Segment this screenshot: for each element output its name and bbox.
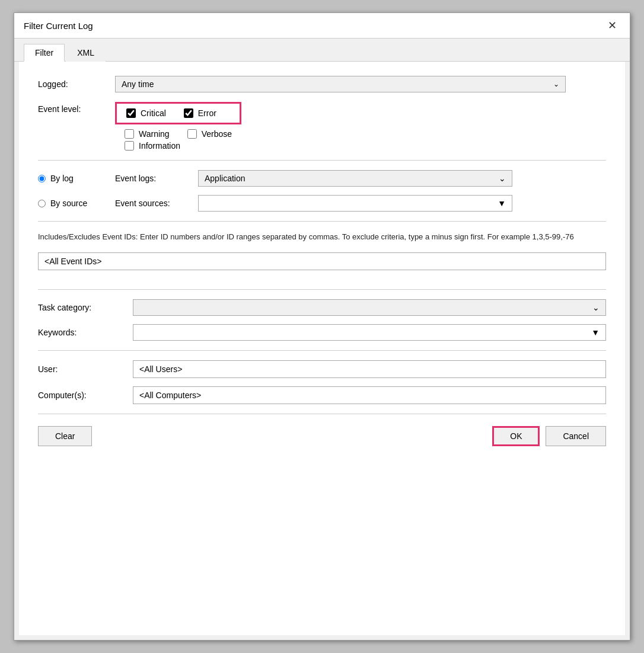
- divider-1: [38, 160, 606, 161]
- information-checkbox[interactable]: Information: [125, 141, 232, 151]
- cancel-button[interactable]: Cancel: [546, 426, 606, 446]
- event-logs-arrow: ⌄: [499, 174, 506, 183]
- warning-label: Warning: [139, 129, 170, 139]
- event-sources-label: Event sources:: [115, 199, 198, 208]
- event-level-label: Event level:: [38, 102, 115, 114]
- divider-2: [38, 221, 606, 222]
- ok-button[interactable]: OK: [492, 426, 540, 446]
- close-button[interactable]: ✕: [604, 19, 620, 32]
- by-log-radio-col: By log: [38, 174, 115, 183]
- logged-row: Logged: Any time ⌄: [38, 76, 606, 92]
- tab-bar: Filter XML: [14, 39, 630, 62]
- divider-3: [38, 289, 606, 290]
- information-row: Information: [115, 139, 241, 151]
- information-label: Information: [139, 141, 180, 151]
- logged-label: Logged:: [38, 79, 115, 89]
- event-logs-value: Application: [205, 174, 246, 183]
- event-logs-label: Event logs:: [115, 174, 198, 183]
- divider-5: [38, 414, 606, 414]
- verbose-checkbox[interactable]: Verbose: [187, 129, 232, 139]
- computers-label: Computer(s):: [38, 390, 133, 400]
- event-sources-arrow: ▼: [498, 199, 506, 208]
- clear-button[interactable]: Clear: [38, 426, 92, 446]
- by-log-radio[interactable]: [38, 175, 46, 183]
- log-source-section: By log Event logs: Application ⌄ By sour…: [38, 170, 606, 212]
- filter-content: Logged: Any time ⌄ Event level: Critical: [19, 62, 625, 635]
- highlighted-checkboxes: Critical Error: [115, 102, 241, 124]
- by-source-row: By source Event sources: ▼: [38, 195, 606, 212]
- logged-select[interactable]: Any time ⌄: [115, 76, 566, 92]
- event-sources-dropdown[interactable]: ▼: [198, 195, 512, 212]
- help-text: Includes/Excludes Event IDs: Enter ID nu…: [38, 231, 606, 243]
- keywords-label: Keywords:: [38, 328, 133, 337]
- user-row: User: <All Users>: [38, 360, 606, 378]
- critical-checkbox[interactable]: Critical: [126, 108, 166, 118]
- by-source-label[interactable]: By source: [50, 199, 87, 208]
- title-bar: Filter Current Log ✕: [14, 13, 630, 39]
- logged-select-value: Any time: [122, 79, 154, 89]
- keywords-dropdown[interactable]: ▼: [133, 324, 606, 341]
- bottom-buttons: Clear OK Cancel: [38, 426, 606, 446]
- user-input[interactable]: <All Users>: [133, 360, 606, 378]
- event-logs-dropdown[interactable]: Application ⌄: [198, 170, 512, 187]
- event-level-row: Event level: Critical Error: [38, 102, 606, 151]
- task-category-dropdown[interactable]: ⌄: [133, 299, 606, 316]
- error-label: Error: [198, 108, 216, 118]
- user-label: User:: [38, 364, 133, 374]
- by-log-row: By log Event logs: Application ⌄: [38, 170, 606, 187]
- task-category-row: Task category: ⌄: [38, 299, 606, 316]
- by-source-radio-col: By source: [38, 199, 115, 208]
- task-category-arrow: ⌄: [592, 303, 600, 312]
- warning-checkbox[interactable]: Warning: [125, 129, 170, 139]
- logged-dropdown-arrow: ⌄: [553, 80, 559, 88]
- tab-filter[interactable]: Filter: [24, 44, 65, 62]
- error-checkbox[interactable]: Error: [184, 108, 216, 118]
- verbose-label: Verbose: [202, 129, 232, 139]
- task-category-label: Task category:: [38, 303, 133, 312]
- dialog-title: Filter Current Log: [24, 21, 93, 31]
- dialog: Filter Current Log ✕ Filter XML Logged: …: [14, 12, 630, 641]
- event-ids-input[interactable]: [38, 252, 606, 270]
- computers-row: Computer(s): <All Computers>: [38, 386, 606, 404]
- divider-4: [38, 350, 606, 351]
- tab-xml[interactable]: XML: [66, 44, 106, 62]
- by-source-radio[interactable]: [38, 200, 46, 207]
- other-checkboxes: Warning Verbose: [115, 124, 241, 139]
- computers-input[interactable]: <All Computers>: [133, 386, 606, 404]
- keywords-row: Keywords: ▼: [38, 324, 606, 341]
- keywords-arrow: ▼: [591, 328, 600, 337]
- by-log-label[interactable]: By log: [50, 174, 74, 183]
- critical-label: Critical: [141, 108, 166, 118]
